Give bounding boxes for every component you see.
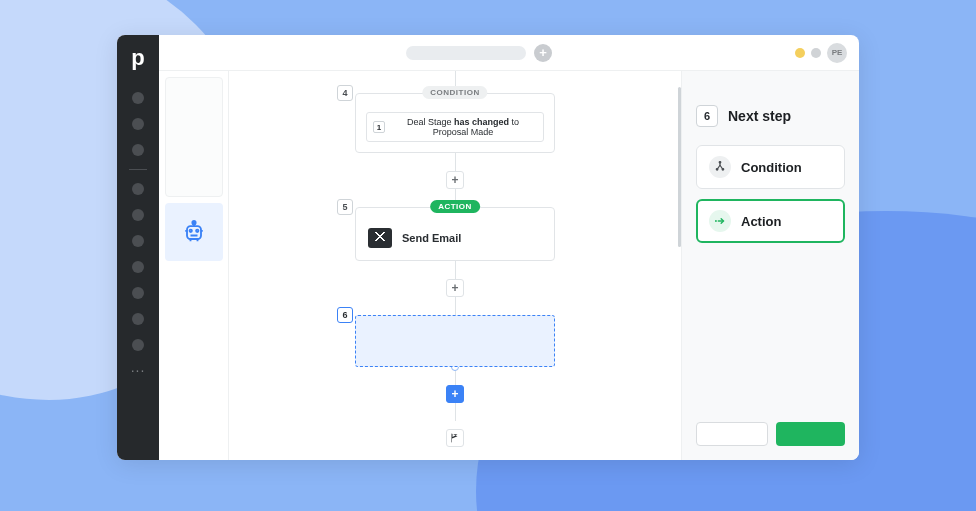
svg-point-3 [196, 230, 198, 232]
finish-icon[interactable] [446, 429, 464, 447]
condition-node[interactable]: 4 CONDITION 1 Deal Stage has changed to … [355, 93, 555, 153]
svg-point-6 [722, 169, 724, 171]
nav-item-icon[interactable] [132, 118, 144, 130]
option-condition[interactable]: Condition [696, 145, 845, 189]
sub-sidebar [159, 71, 229, 460]
connector-line [455, 153, 456, 171]
node-tag: CONDITION [422, 86, 487, 99]
nav-item-icon[interactable] [132, 92, 144, 104]
step-number-badge: 6 [337, 307, 353, 323]
rail-divider [129, 169, 147, 170]
more-icon[interactable]: ··· [131, 362, 146, 378]
brand-logo[interactable]: p [131, 45, 144, 71]
connector-line [455, 403, 456, 421]
action-node[interactable]: 5 ACTION Send Email [355, 207, 555, 261]
nav-item-icon[interactable] [132, 313, 144, 325]
connector-line [455, 261, 456, 279]
option-label: Condition [741, 160, 802, 175]
condition-text-bold: has changed [454, 117, 509, 127]
panel-step-number: 6 [696, 105, 718, 127]
content-body: 4 CONDITION 1 Deal Stage has changed to … [159, 71, 859, 460]
nav-item-icon[interactable] [132, 339, 144, 351]
panel-footer [696, 422, 845, 446]
add-step-button[interactable]: + [446, 279, 464, 297]
panel-header: 6 Next step [696, 105, 845, 127]
nav-item-icon[interactable] [132, 209, 144, 221]
sidebar-panel [165, 77, 223, 197]
window-controls: PE [795, 43, 847, 63]
add-step-button[interactable]: + [446, 171, 464, 189]
avatar[interactable]: PE [827, 43, 847, 63]
status-dot-icon [795, 48, 805, 58]
connector-line [455, 371, 456, 385]
branch-icon [709, 156, 731, 178]
status-dot-icon [811, 48, 821, 58]
nav-item-icon[interactable] [132, 287, 144, 299]
svg-point-0 [192, 221, 195, 224]
right-panel: 6 Next step Condition [681, 71, 859, 460]
svg-point-7 [715, 220, 717, 222]
svg-rect-1 [187, 226, 201, 239]
panel-title: Next step [728, 108, 791, 124]
workflow-canvas[interactable]: 4 CONDITION 1 Deal Stage has changed to … [229, 71, 681, 460]
app-window: p ··· + PE [117, 35, 859, 460]
condition-text-before: Deal Stage [407, 117, 454, 127]
nav-item-icon[interactable] [132, 144, 144, 156]
action-label: Send Email [402, 232, 461, 244]
scrollbar[interactable] [678, 87, 681, 247]
automation-tile[interactable] [165, 203, 223, 261]
svg-point-2 [189, 230, 191, 232]
add-step-primary-button[interactable]: + [446, 385, 464, 403]
nav-item-icon[interactable] [132, 183, 144, 195]
option-label: Action [741, 214, 781, 229]
step-number-badge: 4 [337, 85, 353, 101]
cancel-button[interactable] [696, 422, 768, 446]
condition-index: 1 [373, 121, 385, 133]
mail-icon [368, 228, 392, 248]
confirm-button[interactable] [776, 422, 846, 446]
robot-icon [180, 218, 208, 246]
topbar: + PE [159, 35, 859, 71]
main-area: + PE [159, 35, 859, 460]
svg-point-5 [716, 169, 718, 171]
action-arrow-icon [709, 210, 731, 232]
nav-rail: p ··· [117, 35, 159, 460]
add-tab-button[interactable]: + [534, 44, 552, 62]
new-step-placeholder[interactable]: 6 [355, 315, 555, 367]
condition-summary: 1 Deal Stage has changed to Proposal Mad… [366, 112, 544, 142]
nav-item-icon[interactable] [132, 235, 144, 247]
step-number-badge: 5 [337, 199, 353, 215]
option-action[interactable]: Action [696, 199, 845, 243]
svg-point-4 [719, 162, 721, 164]
node-tag: ACTION [430, 200, 480, 213]
nav-item-icon[interactable] [132, 261, 144, 273]
title-placeholder [406, 46, 526, 60]
connector-line [455, 297, 456, 315]
